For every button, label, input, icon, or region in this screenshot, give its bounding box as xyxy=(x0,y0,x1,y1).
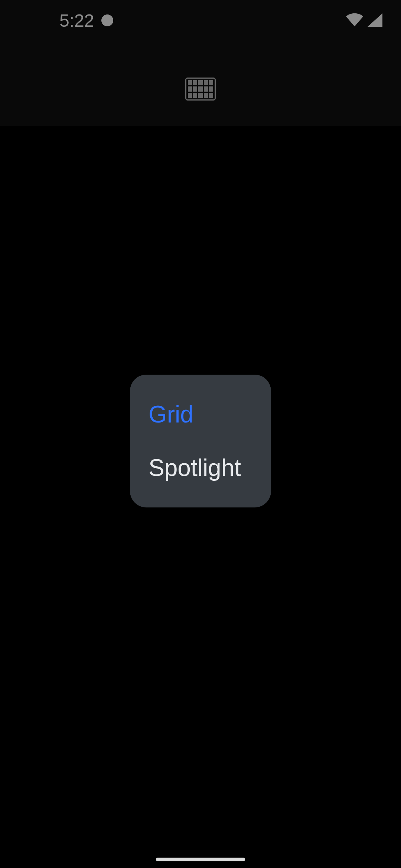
layout-picker-popup: Grid Spotlight xyxy=(130,375,271,507)
layout-option-grid[interactable]: Grid xyxy=(149,401,252,428)
gesture-bar[interactable] xyxy=(156,858,245,861)
layout-option-spotlight[interactable]: Spotlight xyxy=(149,454,252,481)
